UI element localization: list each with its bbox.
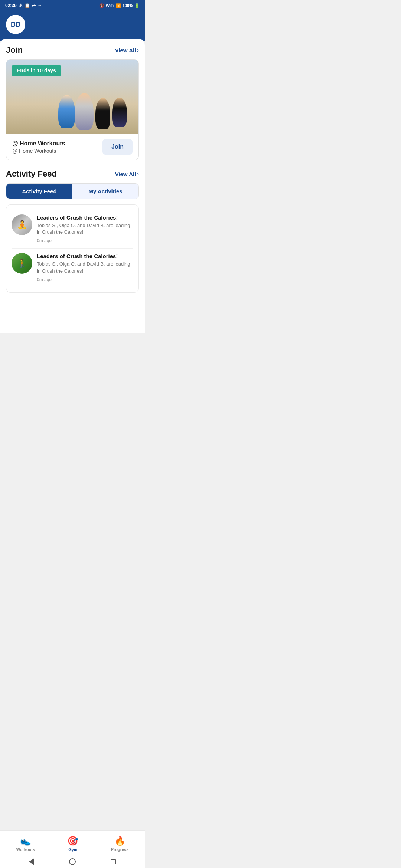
- feed-item-1: 🧘 Leaders of Crush the Calories! Tobias …: [12, 210, 133, 249]
- runner-1: [58, 95, 75, 128]
- challenge-info: @ Home Workouts @ Home Workouts Join: [6, 134, 138, 160]
- challenge-text: @ Home Workouts @ Home Workouts: [12, 140, 65, 154]
- status-left: 02:39 ⚠ 📋 ⇌ ···: [5, 3, 41, 8]
- user-avatar[interactable]: BB: [6, 15, 25, 34]
- ends-badge: Ends in 10 days: [12, 65, 61, 76]
- status-time: 02:39: [5, 3, 17, 8]
- challenge-name: @ Home Workouts: [12, 140, 65, 147]
- main-content: Join View All › Ends in 10 days @ Home W…: [0, 39, 145, 333]
- feed-time-2: 0m ago: [37, 277, 52, 282]
- join-title: Join: [6, 45, 23, 55]
- feed-description-2: Tobias S., Olga O. and David B. are lead…: [37, 261, 133, 274]
- runner-3: [95, 98, 110, 129]
- join-button[interactable]: Join: [102, 139, 133, 155]
- wifi-icon: WiFi: [106, 3, 114, 8]
- status-right: 🔇 WiFi 📶 100% 🔋: [99, 3, 140, 8]
- activity-chevron-icon: ›: [137, 171, 139, 177]
- warning-icon: ⚠: [19, 3, 23, 8]
- activity-view-all-label: View All: [115, 171, 136, 177]
- runner-2: [75, 93, 94, 130]
- tab-activity-feed[interactable]: Activity Feed: [6, 184, 72, 199]
- activity-feed-title: Activity Feed: [6, 169, 57, 179]
- activity-view-all[interactable]: View All ›: [115, 171, 139, 177]
- join-section-header: Join View All ›: [6, 45, 139, 55]
- tab-my-activities[interactable]: My Activities: [72, 184, 138, 199]
- signal-icon: 📶: [116, 3, 121, 8]
- feed-time-1: 0m ago: [37, 238, 52, 243]
- battery-icon: 🔋: [134, 3, 140, 8]
- join-chevron-icon: ›: [137, 47, 139, 53]
- join-view-all[interactable]: View All ›: [115, 47, 139, 53]
- challenge-subtitle: @ Home Workouts: [12, 148, 65, 154]
- feed-description-1: Tobias S., Olga O. and David B. are lead…: [37, 222, 133, 236]
- status-bar: 02:39 ⚠ 📋 ⇌ ··· 🔇 WiFi 📶 100% 🔋: [0, 0, 145, 11]
- feed-item-2: 🚶 Leaders of Crush the Calories! Tobias …: [12, 249, 133, 287]
- yoga-icon: 🧘: [12, 214, 32, 235]
- edit-icon: 📋: [25, 3, 30, 8]
- walking-icon: 🚶: [12, 253, 32, 274]
- app-header: BB: [0, 11, 145, 41]
- tab-activity-feed-label: Activity Feed: [22, 188, 56, 194]
- feed-content-2: Leaders of Crush the Calories! Tobias S.…: [37, 253, 133, 282]
- feed-avatar-2: 🚶: [12, 253, 32, 274]
- feed-content-1: Leaders of Crush the Calories! Tobias S.…: [37, 214, 133, 244]
- challenge-image: Ends in 10 days: [6, 60, 138, 134]
- activity-tabs: Activity Feed My Activities: [6, 183, 139, 199]
- activity-feed-header: Activity Feed View All ›: [6, 169, 139, 179]
- feed-title-1: Leaders of Crush the Calories!: [37, 214, 133, 221]
- runner-4: [112, 98, 127, 127]
- feed-title-2: Leaders of Crush the Calories!: [37, 253, 133, 259]
- challenge-card: Ends in 10 days @ Home Workouts @ Home W…: [6, 59, 139, 160]
- battery-percent: 100%: [123, 3, 133, 8]
- usb-icon: ⇌: [32, 3, 36, 8]
- activity-feed-section: Activity Feed View All › Activity Feed M…: [6, 168, 139, 293]
- feed-card: 🧘 Leaders of Crush the Calories! Tobias …: [6, 204, 139, 293]
- feed-avatar-1: 🧘: [12, 214, 32, 235]
- join-view-all-label: View All: [115, 47, 136, 53]
- mute-icon: 🔇: [99, 3, 104, 8]
- tab-my-activities-label: My Activities: [88, 188, 122, 194]
- dots-icon: ···: [38, 3, 41, 8]
